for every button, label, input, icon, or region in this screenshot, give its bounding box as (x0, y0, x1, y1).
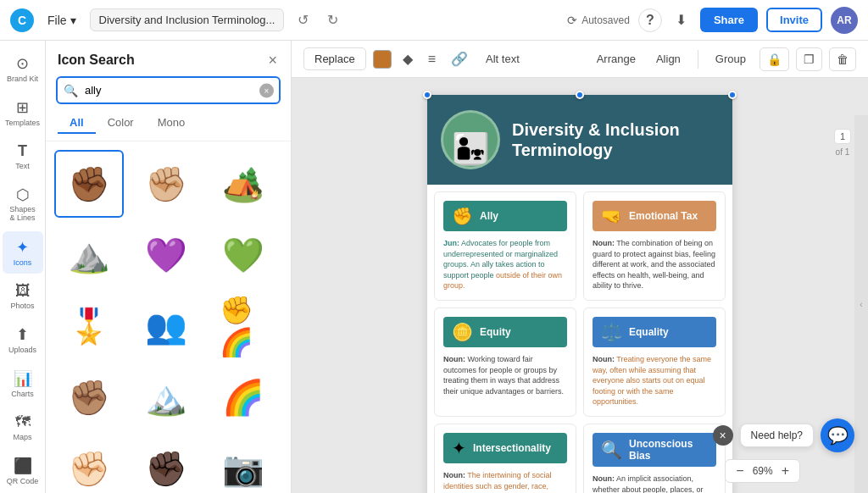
page-numbers: 1 of 1 (834, 129, 851, 157)
card-equity-body: Noun: Working toward fair outcomes for p… (443, 354, 567, 396)
help-button[interactable]: ? (638, 8, 662, 32)
autosaved-indicator: ⟳ Autosaved (567, 14, 630, 27)
color-swatch[interactable] (373, 50, 392, 69)
card-intersectionality[interactable]: ✦ Intersectionality Noun: The intertwini… (434, 424, 576, 493)
card-intersectionality-icon: ✦ (452, 438, 466, 458)
icon-cell[interactable]: 🌈 (209, 363, 278, 431)
tool-photos[interactable]: 🖼 Photos (3, 275, 43, 317)
card-unconscious-bias-icon: 🔍 (601, 440, 622, 460)
tool-qr-code-label: QR Code (7, 477, 39, 485)
canvas-header: 👨‍👧 Diversity & Inclusion Terminology (427, 95, 732, 185)
search-icon: 🔍 (64, 84, 78, 97)
tool-qr-code[interactable]: ⬛ QR Code (3, 450, 43, 492)
redo-button[interactable]: ↻ (322, 8, 343, 31)
filter-tabs: All Color Mono (46, 113, 291, 141)
panel-title: Icon Search (58, 53, 135, 68)
icon-cell[interactable]: ✊🌈 (209, 292, 278, 360)
help-chat-button[interactable]: 💬 (821, 418, 854, 452)
icon-cell[interactable]: 📷 (209, 435, 278, 493)
lock-button[interactable]: 🔒 (760, 47, 789, 71)
icon-cell[interactable]: 💚 (209, 221, 278, 289)
undo-button[interactable]: ↺ (292, 8, 314, 31)
app-logo: C (10, 8, 34, 32)
icon-people: 👥 (142, 302, 190, 350)
selection-handle-tc[interactable] (576, 91, 584, 99)
tool-icons-label: Icons (14, 258, 32, 267)
icon-cell[interactable]: ✊🏿 (131, 435, 201, 493)
icon-camera: 📷 (220, 445, 267, 492)
file-menu[interactable]: File ▾ (42, 10, 81, 30)
filter-tab-all[interactable]: All (58, 113, 96, 134)
panel-close-button[interactable]: × (266, 51, 279, 69)
page-current: 1 (834, 129, 851, 144)
tool-uploads[interactable]: ⬆ Uploads (3, 319, 43, 361)
page-total: of 1 (836, 147, 850, 157)
share-button[interactable]: Share (700, 8, 758, 32)
arrange-button[interactable]: Arrange (590, 48, 643, 69)
trash-button[interactable]: 🗑 (829, 47, 856, 71)
card-equality[interactable]: ⚖️ Equality Noun: Treating everyone the … (583, 307, 726, 417)
icon-search-panel: Icon Search × 🔍 × All Color Mono ✊🏾 ✊🏼 🏕… (46, 41, 292, 493)
paint-button[interactable]: ◆ (398, 47, 417, 71)
card-ally[interactable]: ✊ Ally Jun: Advocates for people from un… (434, 191, 576, 301)
tool-icons[interactable]: ✦ Icons (3, 231, 43, 274)
document-name[interactable]: Diversity and Inclusion Terminolog... (90, 8, 285, 31)
tool-uploads-label: Uploads (8, 346, 36, 354)
icon-cell[interactable]: 🏕️ (209, 150, 278, 218)
icon-cell[interactable]: 👥 (131, 292, 201, 360)
charts-icon: 📊 (14, 369, 32, 388)
icon-cell[interactable]: ✊🏻 (54, 435, 124, 493)
invite-button[interactable]: Invite (766, 8, 822, 32)
user-avatar[interactable]: AR (831, 7, 858, 34)
icon-cell[interactable]: 💜 (131, 221, 201, 289)
card-intersectionality-title: Intersectionality (473, 442, 551, 454)
right-panel-handle[interactable]: ‹ (854, 115, 868, 493)
card-intersectionality-body: Noun: The intertwining of social identit… (443, 470, 567, 493)
tool-charts[interactable]: 📊 Charts (3, 363, 43, 405)
bars-button[interactable]: ≡ (424, 47, 440, 71)
group-button[interactable]: Group (709, 48, 753, 69)
copy-button[interactable]: ❐ (796, 47, 822, 71)
tool-text-label: Text (15, 162, 30, 170)
filter-tab-color[interactable]: Color (96, 113, 146, 134)
card-unconscious-bias[interactable]: 🔍 Unconscious Bias Noun: An implicit ass… (583, 424, 726, 493)
link-button[interactable]: 🔗 (447, 47, 472, 71)
help-text: Need help? (740, 424, 814, 447)
icon-cell[interactable]: 🎖️ (54, 292, 124, 360)
zoom-in-button[interactable]: + (780, 463, 791, 479)
search-clear-button[interactable]: × (259, 83, 274, 97)
card-ally-title: Ally (480, 210, 498, 222)
tool-brand-kit[interactable]: ⊙ Brand Kit (3, 47, 43, 90)
icon-cell[interactable]: ✊🏽 (54, 363, 124, 431)
icon-cell[interactable]: 🏔️ (131, 363, 201, 431)
search-input[interactable] (56, 76, 281, 104)
icon-cell[interactable]: ⛰️ (54, 221, 124, 289)
toolbar-divider (698, 50, 698, 69)
chevron-down-icon: ▾ (70, 14, 76, 27)
card-equity[interactable]: 🪙 Equity Noun: Working toward fair outco… (434, 307, 576, 417)
card-emotional-tax[interactable]: 🤜 Emotional Tax Noun: The combination of… (583, 191, 726, 301)
align-button[interactable]: Align (649, 48, 687, 69)
tool-maps[interactable]: 🗺 Maps (3, 407, 43, 448)
tool-photos-label: Photos (10, 302, 34, 310)
alt-text-label: Alt text (479, 53, 526, 65)
card-unconscious-bias-body: Noun: An implicit association, whether a… (593, 474, 716, 493)
tool-text[interactable]: T Text (3, 136, 43, 177)
filter-tab-mono[interactable]: Mono (146, 113, 198, 134)
help-close-button[interactable]: × (713, 425, 733, 446)
download-button[interactable]: ⬇ (670, 7, 692, 33)
card-intersectionality-header: ✦ Intersectionality (443, 433, 567, 463)
icon-cell[interactable]: ✊🏾 (54, 150, 124, 218)
icon-cell[interactable]: ✊🏼 (131, 150, 201, 218)
icon-fist-light: ✊🏼 (142, 160, 190, 208)
tool-shapes-label: Shapes & Lines (8, 206, 38, 223)
zoom-out-button[interactable]: − (734, 463, 745, 479)
selection-handle-tr[interactable] (728, 91, 737, 99)
selection-handle-tl[interactable] (423, 91, 431, 99)
tool-shapes[interactable]: ⬡ Shapes & Lines (3, 179, 43, 230)
canvas-area[interactable]: ‹ 1 of 1 👨‍👧 Diversity & Inclusio (292, 78, 868, 493)
design-canvas[interactable]: 👨‍👧 Diversity & Inclusion Terminology ✊ … (427, 95, 732, 493)
card-ally-noun: Jun: (443, 239, 459, 247)
replace-button[interactable]: Replace (303, 47, 366, 70)
tool-templates[interactable]: ⊞ Templates (3, 91, 43, 134)
